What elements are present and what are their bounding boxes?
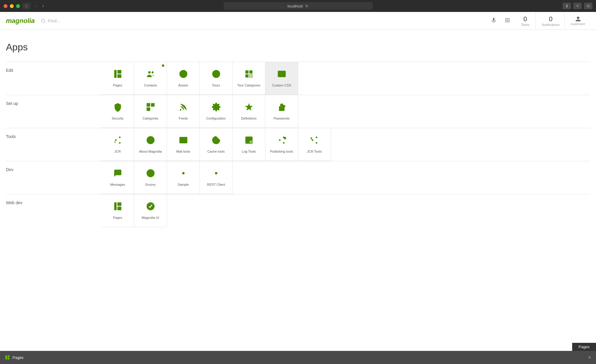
app-tile-categories[interactable]: Categories (134, 95, 167, 128)
app-tile-groovy[interactable]: Groovy (134, 161, 167, 194)
svg-rect-20 (245, 70, 249, 74)
app-tile-custom-css[interactable]: Custom CSS (265, 62, 298, 95)
reload-icon[interactable]: ↻ (305, 4, 309, 8)
svg-point-62 (284, 137, 286, 139)
traffic-light-green[interactable] (16, 4, 20, 8)
section-tools: ToolsJCRAbout MagnoliaMail toolsCache to… (6, 128, 590, 161)
app-tile-contacts[interactable]: Contacts (134, 62, 167, 95)
jcr-icon (113, 135, 123, 147)
mic-button[interactable] (487, 18, 500, 24)
tasks-button[interactable]: 0 Tasks (515, 13, 536, 29)
svg-point-0 (41, 19, 45, 22)
section-apps-tools: JCRAbout MagnoliaMail toolsCache toolsLo… (101, 128, 590, 161)
svg-point-41 (115, 139, 116, 141)
url-bar[interactable]: localhost ↻ (224, 2, 373, 10)
taskbar-pages-label: Pages (13, 355, 24, 360)
publishing-tools-label: Publishing tools (270, 149, 293, 154)
section-label-tools: Tools (6, 128, 101, 161)
search-bar[interactable]: Find... (41, 18, 482, 23)
app-header: magnolia Find... 0 Tasks 0 Notifications (0, 12, 596, 30)
section-label-edit: Edit (6, 62, 101, 95)
svg-point-57 (279, 139, 280, 141)
svg-point-34 (180, 109, 181, 111)
user-button[interactable]: superuser (566, 14, 590, 28)
feeds-icon (179, 102, 188, 114)
app-tile-cache-tools[interactable]: Cache tools (200, 128, 233, 161)
svg-point-64 (316, 137, 317, 138)
logo: magnolia (6, 17, 35, 25)
app-tile-assets[interactable]: Assets (167, 62, 200, 95)
new-tab-button[interactable]: + (573, 3, 582, 9)
app-tile-mail-tools[interactable]: Mail tools (167, 128, 200, 161)
svg-rect-25 (249, 76, 250, 78)
svg-rect-80 (8, 355, 10, 357)
grid-button[interactable] (501, 18, 514, 24)
back-button[interactable]: ‹ (33, 3, 38, 9)
app-tile-log-tools[interactable]: Log Tools (233, 128, 265, 161)
traffic-light-yellow[interactable] (10, 4, 14, 8)
tour-categories-label: Tour Categories (237, 83, 261, 87)
tab-overview-button[interactable]: ⧉ (584, 3, 592, 9)
jcr-label: JCR (114, 149, 121, 154)
app-tile-web-dev-2[interactable]: Magnolia UI (134, 194, 167, 227)
app-tile-definitions[interactable]: Definitions (233, 95, 265, 128)
tours-icon (211, 69, 221, 81)
app-tile-about-magnolia[interactable]: About Magnolia (134, 128, 167, 161)
svg-line-1 (44, 22, 45, 23)
mail-tools-icon (179, 135, 188, 147)
sidebar-toggle-button[interactable]: ⊞ (22, 3, 31, 9)
section-apps-web-dev: PagesMagnolia UI (101, 194, 590, 227)
app-tile-passwords[interactable]: Passwords (265, 95, 298, 128)
about-magnolia-label: About Magnolia (139, 149, 162, 154)
svg-point-43 (119, 142, 120, 144)
app-tile-security[interactable]: Security (101, 95, 134, 128)
definitions-icon (244, 102, 254, 114)
forward-button[interactable]: › (41, 3, 46, 9)
notifications-button[interactable]: 0 Notifications (537, 13, 565, 29)
app-tile-web-dev-1[interactable]: Pages (101, 194, 134, 227)
app-tile-publishing-tools[interactable]: Publishing tools (265, 128, 298, 161)
app-tile-messages[interactable]: Messages (101, 161, 134, 194)
groovy-label: Groovy (145, 182, 156, 187)
configuration-label: Configuration (206, 116, 226, 120)
web-dev-2-icon (146, 202, 155, 213)
svg-rect-2 (505, 18, 506, 19)
svg-rect-27 (278, 71, 286, 77)
app-tile-jcr-tools[interactable]: JCR Tools (298, 128, 331, 161)
svg-rect-4 (509, 18, 510, 19)
app-tile-sample[interactable]: Sample (167, 161, 200, 194)
log-tools-label: Log Tools (242, 149, 256, 154)
svg-rect-6 (507, 20, 508, 21)
app-tile-jcr[interactable]: JCR (101, 128, 134, 161)
share-button[interactable]: ⬆ (563, 3, 571, 9)
svg-line-45 (117, 140, 119, 142)
app-tile-feeds[interactable]: Feeds (167, 95, 200, 128)
sample-label: Sample (178, 182, 189, 187)
app-tile-tours[interactable]: Tours (200, 62, 233, 95)
svg-point-59 (283, 142, 284, 144)
taskbar-pages-item[interactable]: Pages (5, 355, 24, 360)
svg-rect-33 (146, 107, 150, 111)
app-tile-pages[interactable]: Pages (101, 62, 134, 95)
taskbar-close-button[interactable]: × (588, 354, 591, 361)
svg-point-15 (151, 71, 154, 73)
assets-label: Assets (178, 83, 188, 87)
categories-label: Categories (143, 116, 158, 120)
categories-icon (146, 102, 155, 114)
svg-rect-12 (117, 70, 121, 74)
taskbar: Pages × Pages (0, 351, 596, 364)
tours-label: Tours (212, 83, 220, 87)
tasks-count: 0 (524, 15, 527, 23)
svg-point-70 (149, 174, 150, 175)
app-tile-configuration[interactable]: Configuration (200, 95, 233, 128)
traffic-light-red[interactable] (4, 4, 7, 8)
jcr-tools-label: JCR Tools (307, 149, 322, 154)
svg-line-44 (117, 138, 119, 140)
svg-line-40 (285, 107, 286, 108)
security-label: Security (112, 116, 124, 120)
app-tile-tour-categories[interactable]: Tour Categories (233, 62, 265, 95)
svg-point-74 (215, 172, 217, 174)
svg-rect-31 (146, 103, 150, 107)
pages-label: Pages (113, 83, 122, 87)
app-tile-rest-client[interactable]: REST Client (200, 161, 233, 194)
